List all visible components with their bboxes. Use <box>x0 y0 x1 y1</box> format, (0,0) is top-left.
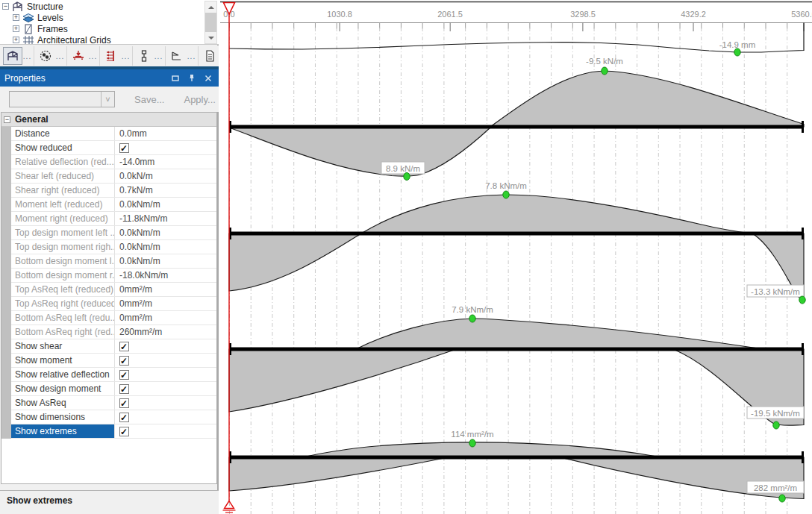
structure-view-button[interactable] <box>3 47 22 65</box>
collapse-expander-icon[interactable]: − <box>2 3 9 10</box>
property-value: -14.0mm <box>119 155 154 169</box>
extreme-point <box>404 173 410 181</box>
table-row[interactable]: Bottom design moment l... 0.0kNm/m <box>11 254 216 269</box>
chevron-down-icon[interactable] <box>101 92 114 107</box>
save-button[interactable]: Save... <box>134 94 164 105</box>
property-label: Show extremes <box>11 424 115 438</box>
property-label: Shear right (reduced) <box>11 184 115 197</box>
table-row[interactable]: Top design moment left ... 0.0kNm/m <box>11 226 216 240</box>
checkbox[interactable] <box>119 342 129 351</box>
table-row[interactable]: Shear left (reduced) 0.0kN/m <box>11 169 216 184</box>
properties-panel-title: Properties <box>4 73 165 84</box>
hoist-view-button[interactable] <box>134 47 154 65</box>
sections-icon <box>39 50 52 62</box>
properties-header-row: Save... Apply... <box>0 87 219 112</box>
table-row[interactable]: Top AsReq right (reduced) 0mm²/m <box>11 297 216 311</box>
project-tree: − Structure + Levels + Frames <box>0 0 219 45</box>
table-row[interactable]: Bottom AsReq left (redu... 0mm²/m <box>11 311 216 325</box>
sections-view-button[interactable] <box>36 47 55 65</box>
apply-button[interactable]: Apply... <box>184 94 215 105</box>
toolbar-overflow-button[interactable]: ... <box>55 52 65 60</box>
table-row[interactable]: Show design moment <box>11 382 216 396</box>
property-value: 260mm²/m <box>119 325 162 339</box>
checkbox[interactable] <box>119 370 129 380</box>
checkbox[interactable] <box>119 398 129 408</box>
toolbar-overflow-button[interactable]: ... <box>22 52 32 60</box>
collapse-group-icon[interactable]: − <box>4 116 10 123</box>
table-row[interactable]: Show relative deflection <box>11 368 216 382</box>
checkbox[interactable] <box>119 427 129 436</box>
table-row[interactable]: Top AsReq left (reduced) 0mm²/m <box>11 283 216 297</box>
scroll-up-icon[interactable] <box>205 1 216 13</box>
table-row[interactable]: Show AsReq <box>11 396 216 410</box>
tree-item-levels[interactable]: + Levels <box>13 12 63 23</box>
expand-expander-icon[interactable]: + <box>13 25 19 32</box>
group-label: General <box>15 114 49 125</box>
tree-item-architectural-grids[interactable]: + Architectural Grids <box>13 34 111 45</box>
table-row[interactable]: Show dimensions <box>11 410 216 424</box>
loads-view-button[interactable] <box>69 47 88 65</box>
checkbox[interactable] <box>119 356 129 366</box>
property-description-bar: Show extremes <box>0 490 219 514</box>
table-row[interactable]: Show shear <box>11 339 216 354</box>
property-value: 0.7kN/m <box>119 184 153 197</box>
checkbox[interactable] <box>119 143 129 153</box>
table-row[interactable]: Bottom AsReq right (red... 260mm²/m <box>11 325 216 339</box>
shear-extreme-label: 8.9 kN/m <box>386 164 420 173</box>
toolbar-overflow-button[interactable]: ... <box>154 52 163 60</box>
extreme-point <box>799 296 805 304</box>
table-row-selected[interactable]: Show extremes <box>11 424 216 439</box>
table-row[interactable]: Top design moment righ... 0.0kNm/m <box>11 240 216 254</box>
tree-item-frames[interactable]: + Frames <box>13 23 68 34</box>
property-label: Top AsReq left (reduced) <box>11 283 115 296</box>
property-label: Top design moment righ... <box>11 240 115 254</box>
ruler-tick-label: 3298.5 <box>570 10 596 19</box>
toolbar-overflow-button[interactable]: ... <box>88 52 98 60</box>
tree-item-label: Structure <box>27 1 63 12</box>
table-row[interactable]: Show reduced <box>11 141 216 155</box>
restore-window-icon[interactable] <box>169 73 181 84</box>
property-rows: Distance 0.0mm Show reduced Relative def… <box>11 127 216 439</box>
property-set-select[interactable] <box>9 91 115 107</box>
expand-expander-icon[interactable]: + <box>13 37 19 43</box>
close-panel-icon[interactable] <box>202 73 214 84</box>
toolbar-overflow-button[interactable]: ... <box>121 52 131 60</box>
scrollbar-thumb[interactable] <box>205 13 216 32</box>
table-row[interactable]: Relative deflection (red... -14.0mm <box>11 155 216 169</box>
scroll-down-icon[interactable] <box>205 32 216 43</box>
expand-expander-icon[interactable]: + <box>13 14 19 21</box>
tree-item-label: Architectural Grids <box>37 35 111 46</box>
table-row[interactable]: Moment right (reduced) -11.8kNm/m <box>11 212 216 226</box>
levels-icon <box>22 13 34 23</box>
ruler-tick-label: 2061.5 <box>437 10 463 19</box>
wind-load-view-button[interactable] <box>102 47 121 65</box>
tree-item-structure[interactable]: − Structure <box>2 1 63 12</box>
property-value[interactable]: 0.0mm <box>119 127 147 140</box>
checkbox[interactable] <box>119 413 129 422</box>
pin-panel-icon[interactable] <box>186 73 198 84</box>
left-dock-panel: − Structure + Levels + Frames <box>0 0 219 514</box>
slope-view-button[interactable] <box>167 47 187 65</box>
asreq-extreme-label: 282 mm²/m <box>754 483 797 492</box>
table-row[interactable]: Moment left (reduced) 0.0kNm/m <box>11 198 216 212</box>
tree-scrollbar[interactable] <box>204 1 217 44</box>
deflection-extreme-label: -14.9 mm <box>719 40 756 49</box>
table-row[interactable]: Bottom design moment r... -18.0kNm/m <box>11 269 216 283</box>
table-row[interactable]: Distance 0.0mm <box>11 127 216 141</box>
property-label: Moment right (reduced) <box>11 212 115 225</box>
plumb-icon <box>137 50 151 62</box>
extreme-point <box>734 48 740 56</box>
selected-property-name: Show extremes <box>7 495 72 506</box>
report-view-button[interactable] <box>200 47 219 65</box>
frames-icon <box>22 24 34 34</box>
results-view[interactable]: 0.0 1030.8 2061.5 3298.5 4329.2 5360.0 <box>220 0 812 514</box>
property-label: Bottom AsReq left (redu... <box>11 311 115 325</box>
toolbar-overflow-button[interactable]: ... <box>187 52 196 60</box>
table-row[interactable]: Show moment <box>11 354 216 368</box>
group-header-general[interactable]: − General <box>1 113 216 127</box>
moment-extreme-label: -13.3 kNm/m <box>751 287 800 296</box>
checkbox[interactable] <box>119 384 129 394</box>
table-row[interactable]: Shear right (reduced) 0.7kN/m <box>11 184 216 198</box>
property-label: Shear left (reduced) <box>11 169 115 183</box>
property-label: Relative deflection (red... <box>11 155 115 169</box>
